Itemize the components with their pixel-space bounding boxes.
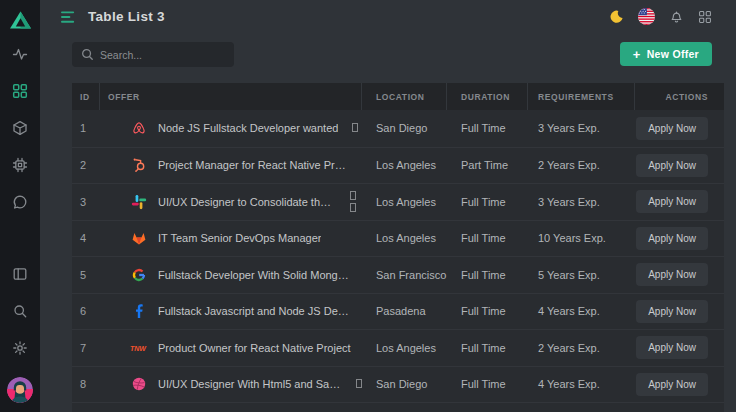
location-cell: Pasadena [362,294,447,330]
location-cell: Los Angeles [362,148,447,184]
row-id: 6 [72,294,100,330]
apply-now-button[interactable]: Apply Now [636,190,708,213]
offer-cell: Fullstack Javascript and Node JS Develop… [100,294,362,330]
offer-cell: IT Team Senior DevOps Manager [100,221,362,257]
table-header-row: IDOFFERLOCATIONDURATIONREQUIREMENTSACTIO… [72,83,724,110]
missing-glyph [352,123,358,132]
table-body: 1 Node JS Fullstack Developer wanted San… [72,110,724,402]
offer-cell: UI/UX Designer With Html5 and Sass Skill… [100,367,362,403]
row-id: 2 [72,148,100,184]
apply-now-button[interactable]: Apply Now [636,373,708,396]
offer-cell: Node JS Fullstack Developer wanted [100,110,362,147]
apps-grid-icon[interactable] [698,10,712,24]
missing-glyphs [349,122,358,134]
row-id: 4 [72,221,100,257]
new-offer-label: New Offer [647,48,699,60]
offer-cell: TNW Product Owner for React Native Proje… [100,330,362,366]
column-header-location: LOCATION [362,83,447,110]
table-row: 1 Node JS Fullstack Developer wanted San… [72,110,724,147]
new-offer-button[interactable]: + New Offer [620,42,712,66]
column-header-offer: OFFER [100,83,362,110]
duration-cell: Full Time [447,184,528,220]
topbar: Table List 3 [40,0,736,33]
google-icon [130,266,147,283]
apply-now-button[interactable]: Apply Now [636,227,708,250]
requirements-cell: 5 Years Exp. [528,257,635,293]
column-header-requirements: REQUIREMENTS [528,83,635,110]
search-input[interactable] [72,42,234,67]
requirements-cell: 3 Years Exp. [528,110,635,147]
apply-now-button[interactable]: Apply Now [636,154,708,177]
menu-toggle-icon[interactable] [61,10,76,24]
duration-cell: Full Time [447,367,528,403]
notifications-bell-icon[interactable] [669,9,684,24]
location-cell: Los Angeles [362,184,447,220]
actions-cell: Apply Now [635,330,724,366]
facebook-icon [130,303,147,320]
dribbble-icon [130,376,147,393]
main-area: Table List 3 [40,0,736,412]
duration-cell: Full Time [447,294,528,330]
actions-cell: Apply Now [635,221,724,257]
row-id: 8 [72,367,100,403]
missing-glyph [350,191,356,200]
hubspot-icon [130,157,147,174]
actions-cell: Apply Now [635,110,724,147]
missing-glyphs [347,190,362,214]
location-cell: San Diego [362,110,447,147]
missing-glyph [350,203,356,212]
requirements-cell: 2 Years Exp. [528,148,635,184]
location-cell: Los Angeles [362,221,447,257]
activity-icon[interactable] [12,46,28,62]
search-icon [81,48,94,61]
table-row: 6 Fullstack Javascript and Node JS Devel… [72,293,724,330]
app-window: Table List 3 [0,0,736,412]
location-cell: Los Angeles [362,330,447,366]
duration-cell: Part Time [447,148,528,184]
layout-icon[interactable] [12,266,28,282]
sidebar-top-group [12,46,28,210]
row-id: 5 [72,257,100,293]
us-flag-icon[interactable] [638,8,655,25]
search-box [72,42,234,67]
offers-table: IDOFFERLOCATIONDURATIONREQUIREMENTSACTIO… [72,83,724,412]
sidebar-bottom-group [7,266,33,403]
actions-cell: Apply Now [635,294,724,330]
chat-icon[interactable] [12,194,28,210]
column-header-actions: ACTIONS [635,83,724,110]
row-id: 3 [72,184,100,220]
apply-now-button[interactable]: Apply Now [636,300,708,323]
duration-cell: Full Time [447,110,528,147]
topbar-icons [609,8,712,25]
location-cell: San Francisco [362,257,447,293]
table-row: 4 IT Team Senior DevOps Manager Los Ange… [72,220,724,257]
app-logo[interactable] [0,0,40,40]
duration-cell: Full Time [447,330,528,366]
sidebar-nav [7,40,33,412]
column-header-id: ID [72,83,100,110]
apply-now-button[interactable]: Apply Now [636,117,708,140]
airbnb-icon [130,120,147,137]
offer-title: Fullstack Javascript and Node JS Develop… [158,305,351,317]
actions-cell: Apply Now [635,367,724,403]
actions-cell: Apply Now [635,257,724,293]
sidebar [0,0,40,412]
search-icon[interactable] [12,303,28,319]
table-row: 5 Fullstack Developer With Solid MongoDB… [72,256,724,293]
offer-title: IT Team Senior DevOps Manager [158,232,321,244]
dashboard-grid-icon[interactable] [12,83,28,99]
user-avatar[interactable] [7,377,33,403]
settings-gear-icon[interactable] [12,340,28,356]
triangle-logo-icon [9,10,32,30]
apply-now-button[interactable]: Apply Now [636,263,708,286]
offer-title: UI/UX Designer to Consolidate the UX Tea… [158,196,336,208]
column-header-duration: DURATION [447,83,528,110]
cpu-icon[interactable] [12,157,28,173]
slack-icon [130,193,147,210]
gitlab-icon [130,230,147,247]
plus-icon: + [633,48,641,61]
box-icon[interactable] [12,120,28,136]
apply-now-button[interactable]: Apply Now [636,336,708,359]
moon-theme-icon[interactable] [609,9,624,24]
actions-cell: Apply Now [635,184,724,220]
